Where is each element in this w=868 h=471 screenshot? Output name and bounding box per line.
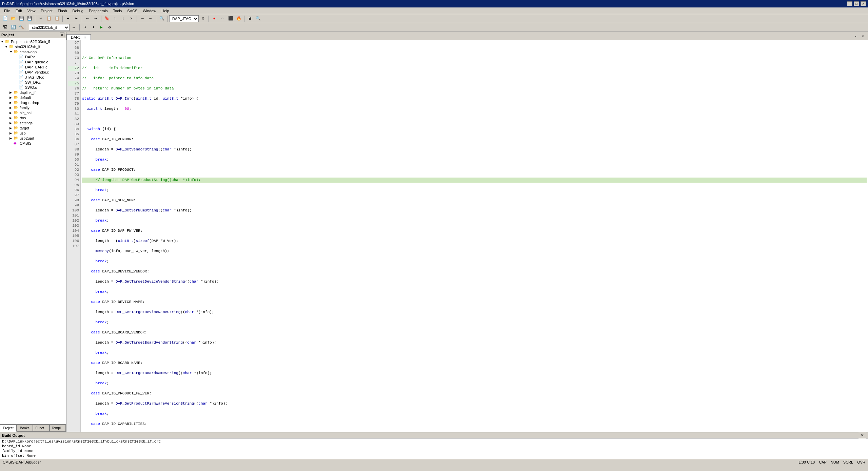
build-output-content[interactable]: D:\DAPLink\projectfiles\uvision\stm32f10… — [0, 438, 868, 459]
rebuild-btn[interactable]: 🔄 — [9, 24, 17, 31]
menu-help[interactable]: Help — [159, 8, 172, 14]
menu-flash[interactable]: Flash — [55, 8, 70, 14]
new-file-button[interactable]: 📄 — [1, 15, 9, 22]
tree-item-drag-n-drop[interactable]: ▶ 📂 drag-n-drop — [0, 100, 66, 105]
nav-fwd-button[interactable]: → — [92, 15, 99, 22]
code-line-99: length = DAP_GetTargetBoardNameString((c… — [82, 371, 867, 376]
default-icon: 📂 — [14, 95, 19, 100]
hic-hal-icon: 📂 — [14, 110, 19, 115]
nav-back-button[interactable]: ← — [84, 15, 91, 22]
project-target-btn[interactable]: 🏗 — [1, 24, 9, 31]
tree-item-hic-hal[interactable]: ▶ 📂 hic_hal — [0, 110, 66, 115]
undo-button[interactable]: ↩ — [64, 15, 72, 22]
indent-button[interactable]: ⇥ — [139, 15, 146, 22]
minimize-button[interactable]: ─ — [847, 1, 852, 6]
code-line-102: length = DAP_GetProductFirmwareVersionSt… — [82, 401, 867, 406]
display-btn[interactable]: 🖥 — [246, 15, 254, 22]
flame-btn[interactable]: 🔥 — [235, 15, 242, 22]
stop-circle[interactable]: ● — [211, 15, 218, 22]
redo-button[interactable]: ↪ — [73, 15, 80, 22]
stop-btn[interactable]: ⬛ — [227, 15, 234, 22]
download2-btn[interactable]: ⬇ — [90, 24, 97, 31]
menu-tools[interactable]: Tools — [111, 8, 125, 14]
tree-item-JTAG-DP-c[interactable]: 📄 JTAG_DP.c — [0, 75, 66, 80]
menu-edit[interactable]: Edit — [13, 8, 25, 14]
editor-panel-close[interactable]: ✕ — [859, 33, 867, 40]
line-num-100: 100 — [68, 208, 79, 213]
tree-item-DAP-queue-c[interactable]: 📄 DAP_queue.c — [0, 59, 66, 64]
tree-item-rtos[interactable]: ▶ 📂 rtos — [0, 115, 66, 120]
close-button[interactable]: ✕ — [861, 1, 866, 6]
tree-item-stm32[interactable]: ▼ 📁 stm32f103xb_if — [0, 44, 66, 49]
editor-tab-close[interactable]: ✕ — [84, 36, 86, 39]
prev-bookmark[interactable]: ↑ — [111, 15, 119, 22]
usb2uart-icon: 📂 — [14, 136, 19, 140]
project-panel: Project ✕ ▼ 📁 Project: stm32f103xb_if ▼ … — [0, 32, 66, 432]
open-button[interactable]: 📂 — [9, 15, 17, 22]
tree-item-target[interactable]: ▶ 📂 target — [0, 125, 66, 130]
line-num-97: 97 — [68, 193, 79, 198]
menu-project[interactable]: Project — [38, 8, 55, 14]
build-output-close[interactable]: ✕ — [859, 432, 866, 439]
save-all-button[interactable]: 💾 — [26, 15, 33, 22]
menu-svcs[interactable]: SVCS — [124, 8, 140, 14]
tab-project[interactable]: Project — [0, 425, 17, 432]
target-dropdown[interactable]: DAP_JTAG — [169, 15, 199, 22]
tree-item-DAP-UART-c[interactable]: 📄 DAP_UART.c — [0, 64, 66, 69]
zoom-btn[interactable]: 🔍 — [254, 15, 262, 22]
maximize-button[interactable]: □ — [854, 1, 859, 6]
paste-button[interactable]: 📋 — [53, 15, 61, 22]
clear-bookmarks[interactable]: ✕ — [127, 15, 135, 22]
tree-item-family[interactable]: ▶ 📂 family — [0, 105, 66, 110]
config-dropdown[interactable]: stm32f103xb_if — [29, 24, 70, 31]
cut-button[interactable]: ✂ — [37, 15, 44, 22]
line-num-107: 107 — [68, 244, 79, 249]
code-content[interactable]: // Get DAP Information // id: info ident… — [81, 40, 868, 432]
tree-item-DAP-vendor-c[interactable]: 📄 DAP_vendor.c — [0, 69, 66, 75]
run-btn[interactable]: ▶ — [98, 24, 105, 31]
tree-item-SW-DP-c[interactable]: 📄 SW_DP.c — [0, 80, 66, 85]
menu-file[interactable]: File — [1, 8, 13, 14]
copy-button[interactable]: 📋 — [45, 15, 53, 22]
tree-item-daplink-if[interactable]: ▶ 📂 daplink_if — [0, 90, 66, 95]
line-num-67: 67 — [68, 40, 79, 45]
menu-window[interactable]: Window — [140, 8, 159, 14]
tree-item-settings[interactable]: ▶ 📂 settings — [0, 120, 66, 125]
dap-vendor-icon: 📄 — [19, 70, 24, 74]
tab-templates[interactable]: Templ... — [50, 425, 66, 432]
tree-label-root: Project: stm32f103xb_if — [11, 40, 50, 44]
circle-btn[interactable]: ○ — [219, 15, 226, 22]
menu-peripherals[interactable]: Peripherals — [86, 8, 111, 14]
editor-panel-float[interactable]: ↗ — [852, 33, 859, 40]
tab-functions[interactable]: Funct... — [33, 425, 50, 432]
tree-item-SWO-c[interactable]: 📄 SWO.c — [0, 85, 66, 90]
menu-debug[interactable]: Debug — [70, 8, 86, 14]
options-btn[interactable]: ⚙ — [106, 24, 113, 31]
editor-tab-darc[interactable]: DARc ✕ — [66, 34, 91, 40]
download-btn[interactable]: ⬇ — [81, 24, 89, 31]
tree-item-CMSIS[interactable]: ◆ CMSIS — [0, 141, 66, 146]
build-btn[interactable]: 🔨 — [18, 24, 25, 31]
line-num-85: 85 — [68, 132, 79, 137]
next-bookmark[interactable]: ↓ — [119, 15, 127, 22]
bookmark-button[interactable]: 🔖 — [103, 15, 111, 22]
tree-item-usb2uart[interactable]: ▶ 📂 usb2uart — [0, 136, 66, 141]
tree-item-default[interactable]: ▶ 📂 default — [0, 95, 66, 100]
tree-item-DAP-c[interactable]: 📄 DAP.c — [0, 54, 66, 59]
unindent-button[interactable]: ⇤ — [147, 15, 154, 22]
edit-config-btn[interactable]: ✏ — [70, 24, 78, 31]
tree-item-usb[interactable]: ▶ 📂 usb — [0, 130, 66, 136]
code-line-69: // id: info identifier — [82, 66, 867, 71]
settings-button[interactable]: ⚙ — [199, 15, 207, 22]
line-num-73: 73 — [68, 71, 79, 76]
line-num-90: 90 — [68, 157, 79, 162]
tree-item-cmsis-dap[interactable]: ▼ 📂 cmsis-dap — [0, 49, 66, 54]
find-button[interactable]: 🔍 — [158, 15, 165, 22]
tree-arrow-collapsed: ▶ — [9, 131, 14, 135]
line-num-93: 93 — [68, 172, 79, 178]
save-button[interactable]: 💾 — [18, 15, 25, 22]
tree-item-project-root[interactable]: ▼ 📁 Project: stm32f103xb_if — [0, 39, 66, 44]
project-panel-close[interactable]: ✕ — [60, 33, 64, 37]
tab-books[interactable]: Books — [17, 425, 33, 432]
menu-view[interactable]: View — [25, 8, 38, 14]
